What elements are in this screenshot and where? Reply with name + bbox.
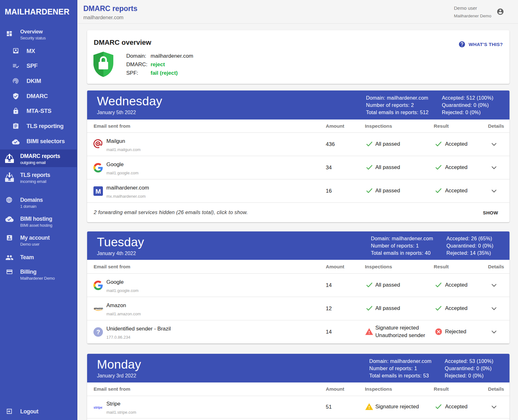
- svg-text:?: ?: [96, 329, 100, 335]
- svg-text:M: M: [95, 187, 101, 195]
- svg-text:stripe: stripe: [94, 405, 102, 409]
- svg-text:amazon: amazon: [94, 307, 103, 310]
